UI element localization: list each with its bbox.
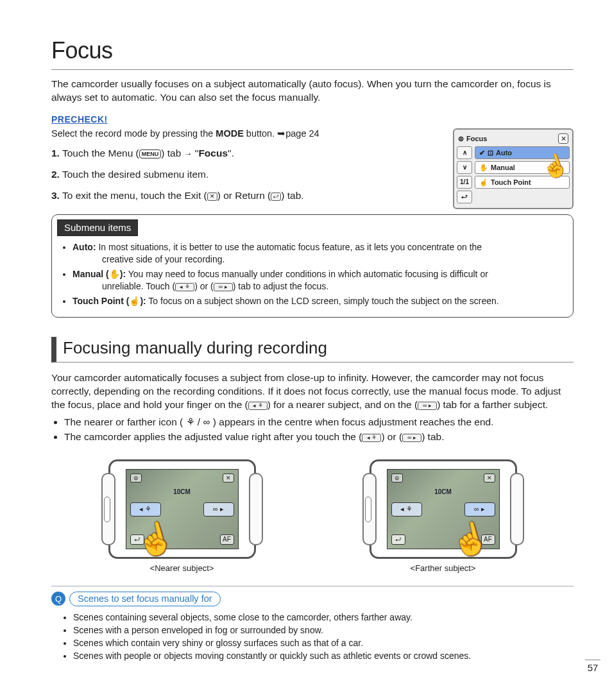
lcd-return-button[interactable]: ⮐ <box>130 534 144 545</box>
lcd-mode-icon: ⊚ <box>130 474 142 482</box>
arrow-icon: → <box>184 149 192 158</box>
lcd-screen: ⊚ ✕ 10CM ◂ ⚘ ∞ ▸ ⮐ AF <box>387 469 500 549</box>
check-icon: ✔ <box>479 148 485 158</box>
precheck-label: PRECHECK! <box>51 114 108 124</box>
step-1-b: ) tab <box>161 148 183 158</box>
panel-title: Focus <box>466 134 487 144</box>
submenu-manual-b-a: unreliable. Touch ( <box>102 281 175 291</box>
manual-icon: ✋ <box>479 163 488 173</box>
s2-para-b: ) for a nearer subject, and on the ( <box>268 399 418 410</box>
s2-b1-b: ) appears in the centre when focus adjus… <box>210 416 494 427</box>
submenu-manual-b-b: ) or ( <box>194 281 214 291</box>
panel-up-button[interactable]: ∧ <box>457 146 472 159</box>
submenu-touch-label: Touch Point ( <box>72 296 129 306</box>
near-focus-icon: ◂ ⚘ <box>362 434 381 442</box>
lcd-screen: ⊚ ✕ 10CM ◂ ⚘ ∞ ▸ ⮐ AF <box>126 469 239 549</box>
cam-farther: ⊚ ✕ 10CM ◂ ⚘ ∞ ▸ ⮐ AF ☝ <Farther subject… <box>370 459 517 574</box>
lcd-near-button[interactable]: ◂ ⚘ <box>391 502 422 516</box>
step-1-c: " <box>192 148 199 158</box>
panel-page-indicator: 1/1 <box>457 176 472 189</box>
submenu-manual-a: You may need to focus manually under con… <box>126 269 488 279</box>
section2-bullets: The nearer or farther icon ( ⚘ / ∞ ) app… <box>64 416 574 444</box>
panel-focus-icon: ⊚ <box>458 134 464 144</box>
lcd-far-button[interactable]: ∞ ▸ <box>203 502 234 516</box>
panel-item-manual-label: Manual <box>491 163 515 173</box>
step-3-a: To exit the menu, touch the Exit ( <box>62 190 207 201</box>
step-2-num: 2. <box>51 169 60 180</box>
submenu-auto-label: Auto: <box>72 242 96 252</box>
scenes-heading: Scenes to set focus manually for <box>69 592 221 607</box>
s2-bullet-1: The nearer or farther icon ( ⚘ / ∞ ) app… <box>64 416 574 429</box>
s2-b2-a: The camcorder applies the adjusted value… <box>64 431 362 442</box>
step-2-text: Touch the desired submenu item. <box>62 169 208 180</box>
lcd-af-button[interactable]: AF <box>481 534 495 545</box>
lcd-close-button[interactable]: ✕ <box>223 474 234 482</box>
s2-b2-c: ) tab. <box>421 431 444 442</box>
precheck-text-b: button. ➥page 24 <box>244 128 319 139</box>
exit-icon: ✕ <box>207 192 217 201</box>
s2-bullet-2: The camcorder applies the adjusted value… <box>64 431 574 444</box>
scenes-box: Q Scenes to set focus manually for Scene… <box>51 586 574 662</box>
section2-paragraph: Your camcorder automatically focuses a s… <box>51 371 574 412</box>
step-1-num: 1. <box>51 148 60 158</box>
step-3-c: ) tab. <box>281 190 303 201</box>
s2-b1-a: The nearer or farther icon ( <box>64 416 186 427</box>
s2-para-c: ) tab for a farther subject. <box>437 399 548 410</box>
submenu-manual-label: Manual ( <box>72 269 109 279</box>
submenu-manual-b-c: ) tab to adjust the focus. <box>233 281 328 291</box>
menu-icon: MENU <box>139 149 162 158</box>
submenu-heading: Submenu items <box>57 219 138 236</box>
page-number: 57 <box>585 660 600 674</box>
submenu-auto-a: In most situations, it is better to use … <box>96 242 482 252</box>
nearer-farther-icons: ⚘ / ∞ <box>186 416 210 427</box>
near-focus-icon: ◂ ⚘ <box>175 283 194 291</box>
submenu-touch: Touch Point (☝): To focus on a subject s… <box>72 295 564 307</box>
cam-farther-caption: <Farther subject> <box>370 563 517 574</box>
step-1-d: ". <box>228 148 234 158</box>
cam-nearer: ⊚ ✕ 10CM ◂ ⚘ ∞ ▸ ⮐ AF ☝ <Nearer subject> <box>108 459 256 574</box>
panel-return-button[interactable]: ⮐ <box>457 191 472 203</box>
scene-item: Scenes with a person enveloped in fog or… <box>73 624 574 636</box>
cam-physical-button <box>365 497 371 522</box>
return-icon: ⮐ <box>271 192 281 201</box>
step-3-num: 3. <box>51 190 60 201</box>
submenu-auto: Auto: In most situations, it is better t… <box>72 241 564 266</box>
scene-item: Scenes with people or objects moving con… <box>73 650 574 662</box>
lcd-near-button[interactable]: ◂ ⚘ <box>130 502 161 516</box>
scenes-list: Scenes containing several objects, some … <box>73 611 574 662</box>
precheck-text-a: Select the record mode by pressing the <box>51 128 216 139</box>
near-focus-icon: ◂ ⚘ <box>248 402 268 410</box>
submenu-items-box: Submenu items Auto: In most situations, … <box>51 214 574 318</box>
submenu-manual: Manual (✋): You may need to focus manual… <box>72 268 564 293</box>
submenu-touch-icon: ☝ <box>129 296 140 306</box>
intro-paragraph: The camcorder usually focuses on a subje… <box>51 78 574 105</box>
submenu-manual-label2: ): <box>120 269 126 279</box>
far-focus-icon: ∞ ▸ <box>418 402 437 410</box>
submenu-auto-b: creative side of your recording. <box>102 253 564 266</box>
panel-item-manual[interactable]: ✋ Manual <box>475 161 570 174</box>
panel-item-touchpoint-label: Touch Point <box>491 178 531 187</box>
submenu-manual-icon: ✋ <box>109 269 120 279</box>
panel-down-button[interactable]: ∨ <box>457 161 472 174</box>
lcd-distance: 10CM <box>173 488 191 497</box>
lcd-close-button[interactable]: ✕ <box>484 474 495 482</box>
lcd-mode-icon: ⊚ <box>391 474 403 482</box>
scene-item: Scenes which contain very shiny or gloss… <box>73 637 574 649</box>
section2-heading: Focusing manually during recording <box>51 337 574 363</box>
panel-item-touchpoint[interactable]: ☝ Touch Point <box>475 176 570 189</box>
submenu-touch-label2: ): <box>140 296 146 306</box>
lcd-return-button[interactable]: ⮐ <box>391 534 405 545</box>
touchpoint-icon: ☝ <box>479 178 488 187</box>
camcorder-diagrams: ⊚ ✕ 10CM ◂ ⚘ ∞ ▸ ⮐ AF ☝ <Nearer subject> <box>51 459 574 574</box>
panel-item-auto[interactable]: ✔ ⊡ Auto <box>475 146 570 159</box>
lcd-far-button[interactable]: ∞ ▸ <box>464 502 495 516</box>
auto-icon: ⊡ <box>488 148 493 158</box>
magnifier-icon: Q <box>51 592 65 606</box>
lcd-distance: 10CM <box>434 488 452 497</box>
panel-close-button[interactable]: ✕ <box>558 133 568 144</box>
step-3-b: ) or Return ( <box>217 190 271 201</box>
scene-item: Scenes containing several objects, some … <box>73 611 574 624</box>
s2-b2-b: ) or ( <box>381 431 402 442</box>
mode-word: MODE <box>216 128 244 139</box>
lcd-af-button[interactable]: AF <box>220 534 234 545</box>
